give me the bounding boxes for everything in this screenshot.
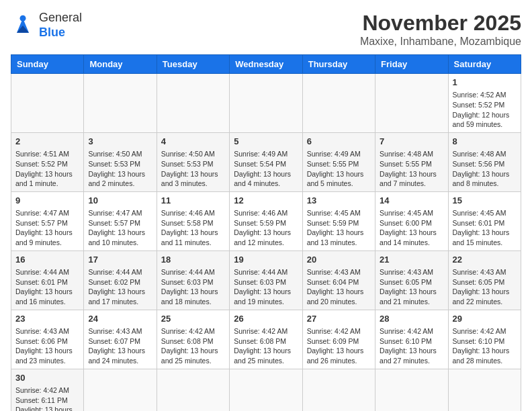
- calendar-cell: [157, 74, 229, 133]
- day-number: 12: [234, 195, 298, 207]
- day-number: 22: [453, 254, 517, 266]
- day-info: Sunrise: 4:47 AM Sunset: 5:57 PM Dayligh…: [88, 208, 152, 248]
- day-info: Sunrise: 4:42 AM Sunset: 6:10 PM Dayligh…: [453, 326, 517, 366]
- day-info: Sunrise: 4:48 AM Sunset: 5:55 PM Dayligh…: [380, 149, 443, 189]
- day-number: 21: [380, 254, 443, 266]
- calendar-cell: 3Sunrise: 4:50 AM Sunset: 5:53 PM Daylig…: [84, 132, 157, 191]
- day-info: Sunrise: 4:43 AM Sunset: 6:05 PM Dayligh…: [453, 267, 517, 307]
- calendar-cell: 18Sunrise: 4:44 AM Sunset: 6:03 PM Dayli…: [157, 250, 229, 310]
- weekday-header-thursday: Thursday: [302, 55, 375, 74]
- weekday-header-saturday: Saturday: [448, 55, 521, 74]
- day-info: Sunrise: 4:46 AM Sunset: 5:59 PM Dayligh…: [234, 208, 298, 248]
- calendar-cell: 30Sunrise: 4:42 AM Sunset: 6:11 PM Dayli…: [11, 369, 84, 411]
- day-number: 4: [161, 136, 225, 148]
- calendar-cell: [157, 369, 229, 411]
- day-info: Sunrise: 4:44 AM Sunset: 6:02 PM Dayligh…: [88, 267, 152, 307]
- calendar-cell: 20Sunrise: 4:43 AM Sunset: 6:04 PM Dayli…: [302, 250, 375, 310]
- calendar-cell: 27Sunrise: 4:42 AM Sunset: 6:09 PM Dayli…: [302, 310, 375, 369]
- day-info: Sunrise: 4:50 AM Sunset: 5:53 PM Dayligh…: [88, 149, 152, 189]
- page-header: General Blue November 2025 Maxixe, Inham…: [11, 11, 521, 48]
- day-info: Sunrise: 4:42 AM Sunset: 6:11 PM Dayligh…: [15, 385, 79, 411]
- day-number: 9: [15, 195, 79, 207]
- weekday-header-wednesday: Wednesday: [230, 55, 302, 74]
- calendar-cell: [302, 74, 375, 133]
- day-info: Sunrise: 4:45 AM Sunset: 6:00 PM Dayligh…: [380, 208, 443, 248]
- calendar-cell: 26Sunrise: 4:42 AM Sunset: 6:08 PM Dayli…: [230, 310, 302, 369]
- calendar-cell: 6Sunrise: 4:49 AM Sunset: 5:55 PM Daylig…: [302, 132, 375, 191]
- calendar-cell: [230, 74, 302, 133]
- weekday-header-row: SundayMondayTuesdayWednesdayThursdayFrid…: [11, 55, 521, 74]
- calendar-cell: 4Sunrise: 4:50 AM Sunset: 5:53 PM Daylig…: [157, 132, 229, 191]
- day-info: Sunrise: 4:46 AM Sunset: 5:58 PM Dayligh…: [161, 208, 225, 248]
- day-info: Sunrise: 4:50 AM Sunset: 5:53 PM Dayligh…: [161, 149, 225, 189]
- calendar-cell: [375, 369, 448, 411]
- calendar-cell: 8Sunrise: 4:48 AM Sunset: 5:56 PM Daylig…: [448, 132, 521, 191]
- calendar-cell: 11Sunrise: 4:46 AM Sunset: 5:58 PM Dayli…: [157, 191, 229, 250]
- day-number: 5: [234, 136, 298, 148]
- logo-blue: Blue: [39, 26, 82, 40]
- calendar-week-row: 30Sunrise: 4:42 AM Sunset: 6:11 PM Dayli…: [11, 369, 521, 411]
- day-number: 26: [234, 313, 298, 325]
- weekday-header-monday: Monday: [84, 55, 157, 74]
- calendar-week-row: 23Sunrise: 4:43 AM Sunset: 6:06 PM Dayli…: [11, 310, 521, 369]
- calendar-cell: 1Sunrise: 4:52 AM Sunset: 5:52 PM Daylig…: [448, 74, 521, 133]
- day-info: Sunrise: 4:45 AM Sunset: 6:01 PM Dayligh…: [453, 208, 517, 248]
- day-number: 3: [88, 136, 152, 148]
- day-number: 1: [453, 77, 517, 89]
- day-info: Sunrise: 4:51 AM Sunset: 5:52 PM Dayligh…: [15, 149, 79, 189]
- day-info: Sunrise: 4:45 AM Sunset: 5:59 PM Dayligh…: [307, 208, 371, 248]
- day-info: Sunrise: 4:49 AM Sunset: 5:54 PM Dayligh…: [234, 149, 298, 189]
- calendar-cell: 17Sunrise: 4:44 AM Sunset: 6:02 PM Dayli…: [84, 250, 157, 310]
- calendar-cell: [84, 74, 157, 133]
- day-info: Sunrise: 4:44 AM Sunset: 6:03 PM Dayligh…: [234, 267, 298, 307]
- location-subtitle: Maxixe, Inhambane, Mozambique: [360, 36, 521, 48]
- day-info: Sunrise: 4:43 AM Sunset: 6:06 PM Dayligh…: [15, 326, 79, 366]
- day-number: 11: [161, 195, 225, 207]
- calendar-cell: 23Sunrise: 4:43 AM Sunset: 6:06 PM Dayli…: [11, 310, 84, 369]
- day-info: Sunrise: 4:43 AM Sunset: 6:04 PM Dayligh…: [307, 267, 371, 307]
- day-info: Sunrise: 4:47 AM Sunset: 5:57 PM Dayligh…: [15, 208, 79, 248]
- calendar-cell: [302, 369, 375, 411]
- calendar-cell: 5Sunrise: 4:49 AM Sunset: 5:54 PM Daylig…: [230, 132, 302, 191]
- day-number: 14: [380, 195, 443, 207]
- calendar-cell: 16Sunrise: 4:44 AM Sunset: 6:01 PM Dayli…: [11, 250, 84, 310]
- svg-point-2: [20, 15, 26, 21]
- day-info: Sunrise: 4:42 AM Sunset: 6:10 PM Dayligh…: [380, 326, 443, 366]
- calendar-table: SundayMondayTuesdayWednesdayThursdayFrid…: [11, 54, 521, 411]
- day-number: 10: [88, 195, 152, 207]
- day-number: 19: [234, 254, 298, 266]
- day-info: Sunrise: 4:48 AM Sunset: 5:56 PM Dayligh…: [453, 149, 517, 189]
- calendar-week-row: 2Sunrise: 4:51 AM Sunset: 5:52 PM Daylig…: [11, 132, 521, 191]
- calendar-cell: [375, 74, 448, 133]
- day-number: 25: [161, 313, 225, 325]
- calendar-body: 1Sunrise: 4:52 AM Sunset: 5:52 PM Daylig…: [11, 74, 521, 412]
- logo-text: General Blue: [39, 11, 82, 40]
- title-block: November 2025 Maxixe, Inhambane, Mozambi…: [360, 11, 521, 48]
- day-number: 8: [453, 136, 517, 148]
- logo: General Blue: [11, 11, 82, 40]
- calendar-header: SundayMondayTuesdayWednesdayThursdayFrid…: [11, 55, 521, 74]
- calendar-cell: 12Sunrise: 4:46 AM Sunset: 5:59 PM Dayli…: [230, 191, 302, 250]
- calendar-cell: 28Sunrise: 4:42 AM Sunset: 6:10 PM Dayli…: [375, 310, 448, 369]
- month-title: November 2025: [360, 11, 521, 36]
- day-info: Sunrise: 4:42 AM Sunset: 6:08 PM Dayligh…: [161, 326, 225, 366]
- calendar-cell: 2Sunrise: 4:51 AM Sunset: 5:52 PM Daylig…: [11, 132, 84, 191]
- day-info: Sunrise: 4:44 AM Sunset: 6:01 PM Dayligh…: [15, 267, 79, 307]
- calendar-cell: 21Sunrise: 4:43 AM Sunset: 6:05 PM Dayli…: [375, 250, 448, 310]
- day-number: 13: [307, 195, 371, 207]
- day-number: 17: [88, 254, 152, 266]
- calendar-cell: [11, 74, 84, 133]
- calendar-cell: 7Sunrise: 4:48 AM Sunset: 5:55 PM Daylig…: [375, 132, 448, 191]
- day-number: 7: [380, 136, 443, 148]
- day-number: 29: [453, 313, 517, 325]
- weekday-header-tuesday: Tuesday: [157, 55, 229, 74]
- calendar-cell: 25Sunrise: 4:42 AM Sunset: 6:08 PM Dayli…: [157, 310, 229, 369]
- calendar-week-row: 9Sunrise: 4:47 AM Sunset: 5:57 PM Daylig…: [11, 191, 521, 250]
- day-info: Sunrise: 4:52 AM Sunset: 5:52 PM Dayligh…: [453, 90, 517, 130]
- day-info: Sunrise: 4:42 AM Sunset: 6:09 PM Dayligh…: [307, 326, 371, 366]
- day-number: 15: [453, 195, 517, 207]
- calendar-cell: 29Sunrise: 4:42 AM Sunset: 6:10 PM Dayli…: [448, 310, 521, 369]
- day-info: Sunrise: 4:43 AM Sunset: 6:05 PM Dayligh…: [380, 267, 443, 307]
- calendar-week-row: 16Sunrise: 4:44 AM Sunset: 6:01 PM Dayli…: [11, 250, 521, 310]
- day-number: 16: [15, 254, 79, 266]
